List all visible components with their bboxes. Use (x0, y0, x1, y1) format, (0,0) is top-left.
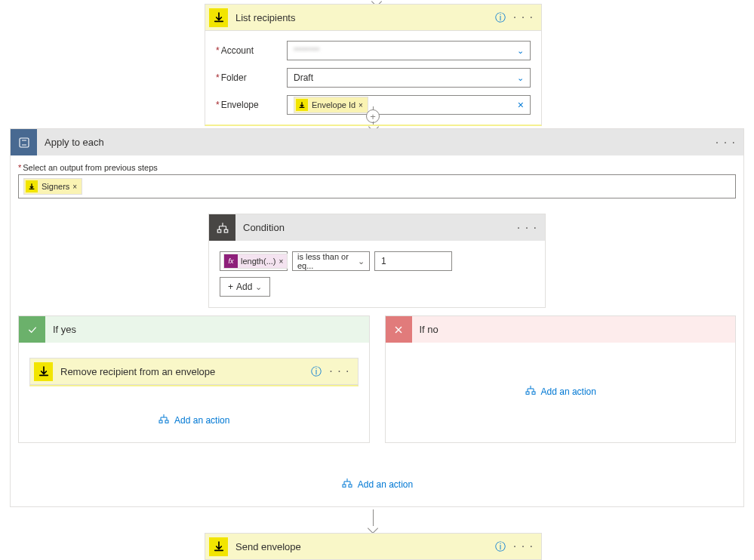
remove-token-icon[interactable]: × (279, 257, 283, 266)
condition-branches: If yes Remove recipient from an envelope… (18, 315, 736, 443)
envelope-label: Envelope (221, 100, 259, 110)
remove-token-icon[interactable]: × (72, 183, 77, 191)
if-yes-branch: If yes Remove recipient from an envelope… (18, 315, 370, 443)
condition-header[interactable]: Condition · · · (209, 214, 545, 241)
expression-input[interactable]: fx length(...) × (220, 251, 288, 271)
fx-icon: fx (224, 254, 238, 268)
apply-to-each-title: Apply to each (45, 137, 716, 148)
add-action-icon (158, 413, 170, 427)
condition-title: Condition (243, 222, 517, 233)
signers-token[interactable]: Signers × (23, 178, 82, 195)
docusign-icon (296, 99, 308, 111)
more-menu[interactable]: · · · (329, 368, 349, 375)
length-expression-token[interactable]: fx length(...) × (223, 254, 288, 269)
select-output-input[interactable]: Signers × (18, 174, 736, 198)
folder-field-row: *Folder Draft ⌄ (205, 64, 541, 91)
list-recipients-title: List recipients (235, 12, 495, 23)
value-input[interactable]: 1 (374, 251, 452, 271)
svg-rect-4 (165, 420, 168, 423)
chevron-down-icon: ⌄ (517, 46, 524, 56)
folder-select[interactable]: Draft ⌄ (287, 68, 531, 88)
docusign-icon (26, 180, 38, 192)
docusign-icon (209, 8, 228, 27)
more-menu[interactable]: · · · (513, 14, 534, 21)
condition-icon (209, 214, 235, 241)
svg-rect-5 (526, 392, 529, 394)
loop-icon (11, 129, 37, 155)
help-icon[interactable]: ⓘ (495, 540, 507, 552)
folder-label: Folder (221, 72, 247, 83)
add-action-button-no[interactable]: Add an action (386, 384, 736, 398)
more-menu[interactable]: · · · (513, 543, 534, 550)
remove-token-icon[interactable]: × (359, 101, 363, 109)
help-icon[interactable]: ⓘ (495, 11, 507, 23)
help-icon[interactable]: ⓘ (311, 365, 323, 377)
chevron-down-icon: ⌄ (255, 282, 262, 292)
svg-rect-2 (224, 229, 228, 232)
select-output-label: Select an output from previous steps (23, 163, 158, 172)
svg-rect-7 (343, 485, 346, 487)
if-yes-title: If yes (53, 324, 362, 335)
if-no-branch: If no Add an action (385, 315, 737, 443)
svg-rect-8 (349, 485, 352, 487)
send-envelope-card[interactable]: Send envelope ⓘ · · · (205, 533, 542, 560)
chevron-down-icon: ⌄ (358, 257, 365, 266)
envelope-input[interactable]: Envelope Id × × (287, 95, 531, 115)
if-no-title: If no (420, 324, 728, 335)
list-recipients-header[interactable]: List recipients ⓘ · · · (205, 5, 541, 31)
apply-to-each-header[interactable]: Apply to each · · · (11, 129, 743, 155)
more-menu[interactable]: · · · (716, 139, 736, 146)
svg-rect-3 (159, 420, 162, 423)
svg-rect-1 (217, 229, 221, 232)
if-no-header[interactable]: If no (386, 316, 736, 343)
send-envelope-title: Send envelope (235, 541, 495, 552)
more-menu[interactable]: · · · (517, 224, 537, 232)
operator-select[interactable]: is less than or eq... ⌄ (292, 251, 370, 271)
svg-rect-0 (20, 138, 29, 147)
check-icon (19, 316, 45, 343)
clear-icon[interactable]: × (518, 99, 524, 111)
account-label: Account (221, 45, 254, 56)
remove-recipient-action[interactable]: Remove recipient from an envelope ⓘ · · … (29, 358, 359, 386)
apply-to-each-card: Apply to each · · · *Select an output fr… (10, 128, 744, 507)
docusign-icon (34, 362, 53, 381)
if-yes-header[interactable]: If yes (19, 316, 369, 343)
condition-card: Condition · · · fx length(...) × is less… (208, 214, 546, 308)
plus-icon: + (228, 282, 233, 292)
chevron-down-icon: ⌄ (517, 73, 524, 83)
cross-icon (386, 316, 412, 343)
add-action-icon (341, 477, 353, 491)
add-action-button-yes[interactable]: Add an action (19, 413, 369, 427)
add-action-button-loop[interactable]: Add an action (18, 477, 736, 491)
svg-rect-6 (532, 392, 535, 394)
account-select[interactable]: ******** ⌄ (287, 41, 531, 60)
add-condition-button[interactable]: + Add ⌄ (220, 277, 270, 297)
add-action-icon (525, 384, 537, 398)
envelope-id-token[interactable]: Envelope Id × (294, 97, 368, 113)
account-field-row: *Account ******** ⌄ (205, 37, 541, 64)
remove-recipient-title: Remove recipient from an envelope (60, 366, 311, 377)
docusign-icon (209, 537, 228, 556)
